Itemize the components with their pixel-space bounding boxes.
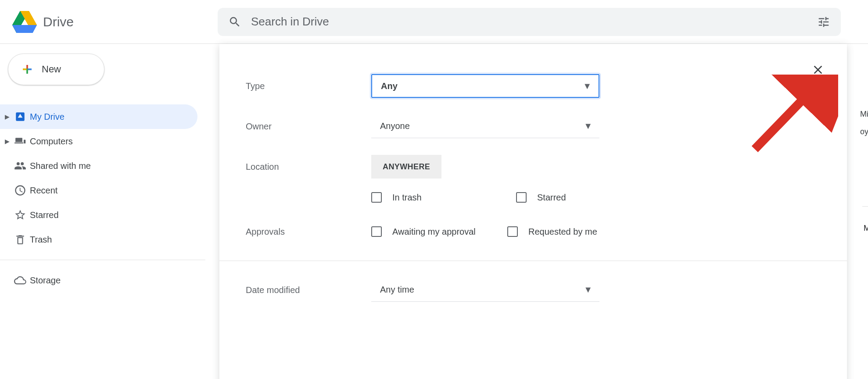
sidebar-item-label: Recent <box>30 186 57 196</box>
sidebar-item-my-drive[interactable]: ▶ My Drive <box>0 104 197 129</box>
search-bar[interactable] <box>218 8 841 36</box>
storage-icon <box>11 274 30 286</box>
search-options-icon[interactable] <box>817 15 830 29</box>
background-text: oy Sa <box>860 127 868 145</box>
owner-select[interactable]: Anyone ▼ <box>371 114 599 138</box>
close-button[interactable] <box>808 62 828 77</box>
panel-divider <box>219 261 847 261</box>
type-label: Type <box>246 81 371 91</box>
background-text: M <box>864 224 868 233</box>
sidebar-item-shared[interactable]: Shared with me <box>0 154 197 178</box>
trash-icon <box>11 234 30 245</box>
in-trash-label: In trash <box>392 193 422 203</box>
svg-marker-2 <box>12 25 37 33</box>
advanced-search-panel: Type Any ▼ Owner Anyone ▼ Location ANYWH… <box>219 44 847 379</box>
type-select-value: Any <box>381 81 398 91</box>
chevron-right-icon[interactable]: ▶ <box>4 113 11 120</box>
new-button-label: New <box>42 64 61 75</box>
date-modified-select[interactable]: Any time ▼ <box>371 278 599 302</box>
logo-area[interactable]: Drive <box>12 10 218 34</box>
type-select[interactable]: Any ▼ <box>371 74 599 98</box>
starred-icon <box>11 209 30 221</box>
checkbox-icon <box>516 192 527 203</box>
checkbox-icon <box>371 192 382 203</box>
computers-icon <box>11 135 30 147</box>
background-divider <box>862 206 868 207</box>
date-modified-label: Date modified <box>246 285 371 295</box>
location-flags-row: In trash Starred <box>246 187 821 211</box>
sidebar-item-trash[interactable]: Trash <box>0 227 197 252</box>
sidebar-item-label: Storage <box>30 275 61 286</box>
main-body: New ▶ My Drive ▶ Computers <box>0 44 868 379</box>
in-trash-checkbox[interactable]: In trash <box>371 192 485 203</box>
location-label: Location <box>246 162 371 172</box>
sidebar-item-starred[interactable]: Starred <box>0 203 197 227</box>
owner-select-value: Anyone <box>380 121 410 131</box>
sidebar-item-storage[interactable]: Storage <box>0 268 197 293</box>
chevron-down-icon: ▼ <box>584 285 592 295</box>
approvals-label: Approvals <box>246 227 371 237</box>
my-drive-icon <box>11 111 30 122</box>
filter-row-location: Location ANYWHERE <box>246 147 821 187</box>
background-text: Minti <box>860 110 868 127</box>
filter-row-date-modified: Date modified Any time ▼ <box>246 270 821 310</box>
app-title: Drive <box>43 14 74 29</box>
search-icon[interactable] <box>228 15 241 29</box>
date-modified-value: Any time <box>380 285 414 295</box>
filter-row-type: Type Any ▼ <box>246 66 821 106</box>
checkbox-icon <box>371 226 382 237</box>
sidebar-item-label: Shared with me <box>30 161 91 171</box>
location-chip-value: ANYWHERE <box>383 162 430 172</box>
requested-by-me-label: Requested by me <box>528 227 597 237</box>
search-input[interactable] <box>250 14 812 29</box>
location-chip[interactable]: ANYWHERE <box>371 155 441 179</box>
filter-row-approvals: Approvals Awaiting my approval Requested… <box>246 211 821 252</box>
starred-checkbox-label: Starred <box>537 193 566 203</box>
background-content: Minti oy Sa <box>860 110 868 145</box>
svg-rect-3 <box>26 65 28 68</box>
sidebar-item-label: My Drive <box>30 112 65 122</box>
svg-rect-6 <box>23 68 26 70</box>
new-button[interactable]: New <box>8 54 104 85</box>
nav-list: ▶ My Drive ▶ Computers Shared with me <box>0 104 205 252</box>
awaiting-approval-checkbox[interactable]: Awaiting my approval <box>371 226 485 237</box>
drive-logo-icon <box>12 10 37 34</box>
owner-label: Owner <box>246 122 371 132</box>
close-icon <box>811 63 825 77</box>
sidebar-item-label: Computers <box>30 136 73 147</box>
sidebar-item-label: Trash <box>30 235 52 245</box>
chevron-down-icon: ▼ <box>583 81 592 91</box>
divider <box>0 260 205 260</box>
sidebar-item-label: Starred <box>30 210 59 220</box>
plus-icon <box>21 63 34 76</box>
shared-with-me-icon <box>11 160 30 172</box>
filter-row-owner: Owner Anyone ▼ <box>246 106 821 147</box>
svg-rect-4 <box>28 68 32 70</box>
header-bar: Drive <box>0 0 868 44</box>
sidebar-item-recent[interactable]: Recent <box>0 178 197 203</box>
checkbox-icon <box>507 226 518 237</box>
sidebar: New ▶ My Drive ▶ Computers <box>0 44 205 379</box>
starred-checkbox[interactable]: Starred <box>516 192 630 203</box>
chevron-right-icon[interactable]: ▶ <box>4 138 11 145</box>
awaiting-approval-label: Awaiting my approval <box>392 227 476 237</box>
recent-icon <box>11 184 30 197</box>
requested-by-me-checkbox[interactable]: Requested by me <box>507 226 621 237</box>
svg-rect-5 <box>26 70 28 74</box>
chevron-down-icon: ▼ <box>584 121 592 131</box>
sidebar-item-computers[interactable]: ▶ Computers <box>0 129 197 154</box>
